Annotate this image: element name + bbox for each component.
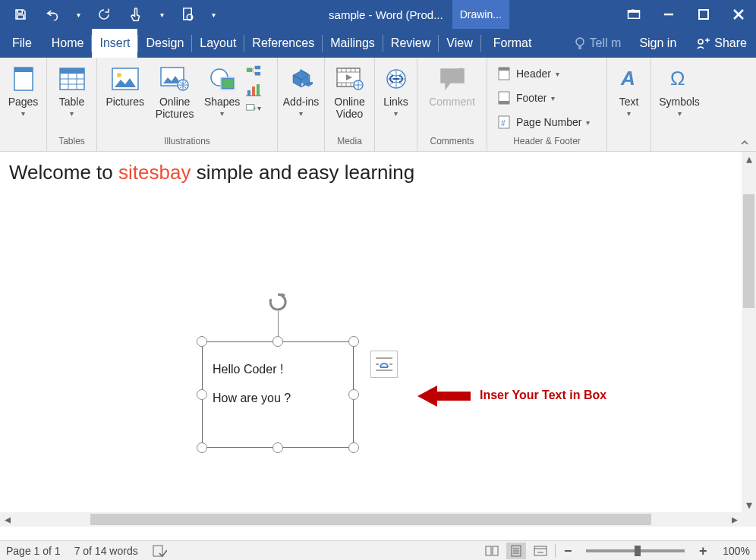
- group-illustrations: Pictures Online Pictures Shapes ▾: [97, 58, 278, 151]
- pages-button[interactable]: Pages ▾: [5, 61, 42, 118]
- tab-layout[interactable]: Layout: [192, 29, 244, 58]
- svg-rect-72: [493, 546, 498, 555]
- chevron-down-icon: ▾: [551, 94, 555, 102]
- undo-dropdown[interactable]: ▾: [70, 0, 87, 29]
- group-media: Online Video Media: [325, 58, 375, 151]
- sign-in-button[interactable]: Sign in: [628, 36, 687, 50]
- comment-icon: [437, 64, 468, 94]
- tab-references[interactable]: References: [244, 29, 322, 58]
- tab-home[interactable]: Home: [44, 29, 92, 58]
- svg-rect-71: [486, 546, 491, 555]
- minimize-button[interactable]: [651, 0, 686, 29]
- symbols-button[interactable]: Ω Symbols ▾: [656, 61, 703, 118]
- scroll-left-button[interactable]: ◂: [0, 512, 14, 527]
- rotation-handle[interactable]: [267, 291, 288, 313]
- svg-text:Ω: Ω: [670, 68, 685, 90]
- tab-review[interactable]: Review: [383, 29, 438, 58]
- svg-rect-58: [499, 68, 509, 71]
- chart-button[interactable]: [246, 82, 261, 97]
- tell-me-search[interactable]: Tell m: [567, 36, 629, 50]
- addins-button[interactable]: Add-ins ▾: [282, 61, 320, 118]
- resize-handle-tr[interactable]: [348, 336, 359, 347]
- word-count[interactable]: 7 of 14 words: [74, 545, 138, 557]
- footer-button[interactable]: Footer ▾: [492, 88, 602, 108]
- svg-rect-37: [257, 84, 260, 96]
- zoom-slider-knob[interactable]: [635, 546, 641, 556]
- group-pages: Pages ▾: [0, 58, 47, 151]
- share-button[interactable]: Share: [687, 36, 756, 50]
- svg-rect-30: [247, 68, 252, 71]
- tab-mailings[interactable]: Mailings: [323, 29, 383, 58]
- zoom-slider[interactable]: [586, 549, 685, 552]
- print-preview-button[interactable]: [173, 0, 202, 29]
- header-button[interactable]: Header ▾: [492, 64, 602, 83]
- shapes-icon: [207, 64, 238, 94]
- shapes-button[interactable]: Shapes ▾: [201, 61, 244, 118]
- resize-handle-tm[interactable]: [272, 336, 283, 347]
- online-pictures-button[interactable]: Online Pictures: [151, 61, 197, 120]
- online-video-button[interactable]: Online Video: [329, 61, 370, 120]
- resize-handle-bm[interactable]: [272, 442, 283, 453]
- qat-customize-dropdown[interactable]: ▾: [205, 0, 222, 29]
- tab-view[interactable]: View: [439, 29, 480, 58]
- scroll-right-button[interactable]: ▸: [727, 512, 742, 527]
- pictures-button[interactable]: Pictures: [102, 61, 148, 108]
- svg-text:A: A: [620, 68, 635, 90]
- heading-text: Welcome to sitesbay simple and easy lear…: [9, 161, 733, 184]
- ribbon-display-options-button[interactable]: [616, 0, 651, 29]
- read-mode-button[interactable]: [482, 543, 502, 559]
- redo-button[interactable]: [90, 0, 118, 29]
- tab-format[interactable]: Format: [481, 29, 544, 58]
- resize-handle-ml[interactable]: [197, 389, 207, 400]
- scroll-corner: [742, 512, 756, 527]
- web-layout-button[interactable]: [531, 543, 550, 559]
- page-number-button[interactable]: # Page Number ▾: [492, 112, 602, 132]
- layout-options-button[interactable]: [370, 351, 398, 378]
- page-indicator[interactable]: Page 1 of 1: [6, 545, 61, 557]
- chevron-down-icon: ▾: [627, 109, 631, 118]
- tab-file[interactable]: File: [0, 29, 44, 58]
- contextual-tab-drawing[interactable]: Drawin...: [452, 0, 509, 29]
- undo-button[interactable]: [38, 0, 67, 29]
- resize-handle-br[interactable]: [348, 442, 359, 453]
- smartart-button[interactable]: [246, 64, 261, 79]
- scroll-up-button[interactable]: ▴: [742, 152, 756, 166]
- horizontal-scroll-thumb[interactable]: [90, 514, 651, 525]
- screenshot-button[interactable]: ▾: [246, 100, 261, 115]
- print-layout-button[interactable]: [506, 543, 526, 559]
- text-box-content[interactable]: Hello Coder ! How are you ?: [213, 355, 291, 414]
- maximize-button[interactable]: [686, 0, 721, 29]
- horizontal-scrollbar[interactable]: ◂ ▸: [0, 512, 742, 527]
- tab-design[interactable]: Design: [138, 29, 191, 58]
- text-button[interactable]: A Text ▾: [612, 61, 646, 118]
- tab-insert[interactable]: Insert: [92, 29, 137, 58]
- status-bar: Page 1 of 1 7 of 14 words − + 100%: [0, 540, 756, 560]
- zoom-level[interactable]: 100%: [723, 545, 750, 557]
- text-box-shape[interactable]: Hello Coder ! How are you ?: [202, 341, 354, 448]
- table-icon: [57, 64, 87, 94]
- close-button[interactable]: [721, 0, 756, 29]
- scroll-down-button[interactable]: ▾: [742, 498, 756, 512]
- svg-text:#: #: [501, 119, 506, 127]
- zoom-in-button[interactable]: +: [695, 544, 710, 558]
- group-links: Links ▾: [375, 58, 417, 151]
- tell-me-label: Tell m: [590, 36, 622, 50]
- group-tables: Table ▾ Tables: [47, 58, 97, 151]
- resize-handle-bl[interactable]: [197, 442, 207, 453]
- document-page[interactable]: Welcome to sitesbay simple and easy lear…: [9, 161, 733, 184]
- touch-dropdown[interactable]: ▾: [153, 0, 170, 29]
- save-button[interactable]: [6, 0, 35, 29]
- resize-handle-mr[interactable]: [348, 389, 359, 400]
- spell-check-button[interactable]: [152, 544, 167, 558]
- links-button[interactable]: Links ▾: [380, 61, 412, 118]
- ribbon-collapse-button[interactable]: [738, 136, 751, 149]
- callout-text: Inser Your Text in Box: [480, 389, 606, 402]
- zoom-out-button[interactable]: −: [560, 544, 575, 558]
- lightbulb-icon: [575, 37, 585, 49]
- resize-handle-tl[interactable]: [197, 336, 207, 347]
- touch-mouse-mode-button[interactable]: [121, 0, 150, 29]
- svg-rect-31: [255, 66, 260, 70]
- vertical-scroll-thumb[interactable]: [743, 194, 754, 308]
- vertical-scrollbar[interactable]: ▴ ▾: [742, 152, 756, 512]
- table-button[interactable]: Table ▾: [52, 61, 92, 118]
